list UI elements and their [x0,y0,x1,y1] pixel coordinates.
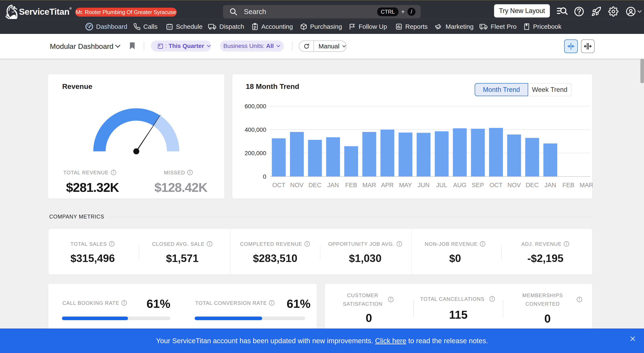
svg-text:OCT: OCT [490,182,502,188]
svg-text:NOV: NOV [290,182,304,188]
svg-text:MAY: MAY [399,182,412,188]
svg-text:DEC: DEC [308,182,321,188]
svg-text:FEB: FEB [562,182,574,188]
svg-text:JUN: JUN [418,182,430,188]
svg-text:FEB: FEB [345,182,357,188]
svg-text:400,000: 400,000 [245,126,266,133]
svg-text:600,000: 600,000 [245,103,266,110]
svg-text:APR: APR [381,182,394,188]
svg-text:SEP: SEP [472,182,484,188]
svg-text:MAR: MAR [362,182,376,188]
svg-text:0: 0 [263,173,266,180]
svg-text:MAR: MAR [580,182,593,188]
svg-text:200,000: 200,000 [245,150,266,156]
svg-text:JAN: JAN [544,182,556,188]
svg-text:OCT: OCT [272,182,285,188]
svg-text:JUL: JUL [436,182,447,188]
svg-text:DEC: DEC [526,182,538,188]
svg-text:NOV: NOV [508,182,521,188]
svg-text:JAN: JAN [327,182,339,188]
svg-text:AUG: AUG [453,182,466,188]
